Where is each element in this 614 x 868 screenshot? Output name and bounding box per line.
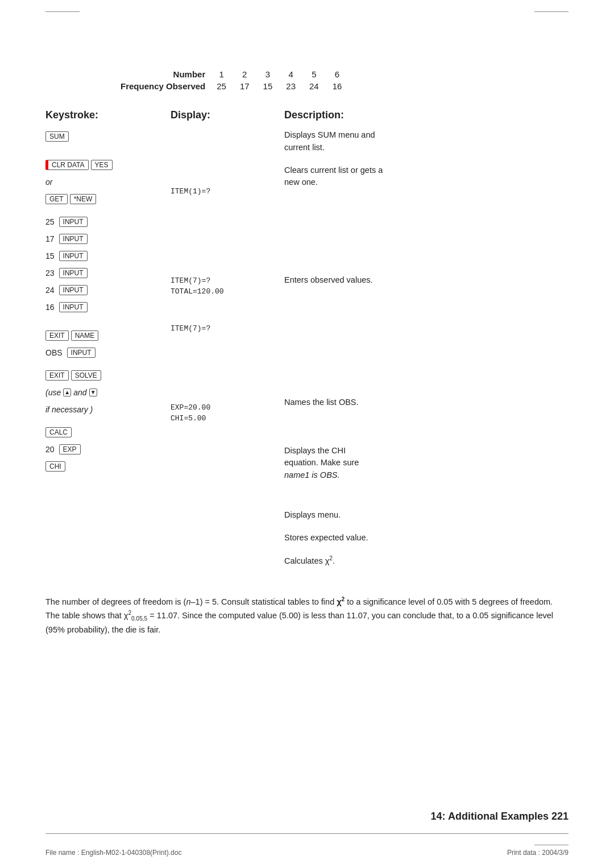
list-item: or xyxy=(45,175,171,189)
data-table: Number 1 2 3 4 5 6 Frequency Observed 25… xyxy=(114,68,569,92)
name-key: NAME xyxy=(71,330,99,341)
desc-chi-eq-3: name1 is OBS. xyxy=(284,469,569,482)
desc-exp: Stores expected value. xyxy=(284,532,569,544)
list-item: 20 EXP xyxy=(45,442,171,457)
use-arrows-text: (use xyxy=(45,388,61,397)
list-item: 15 INPUT xyxy=(45,249,171,263)
list-item: SUM xyxy=(45,129,171,144)
three-col-layout: Keystroke: SUM CLR DATA YES or GET xyxy=(45,109,569,578)
table-row2-label: Frequency Observed xyxy=(114,80,210,92)
table-val-2-4: 23 xyxy=(279,80,302,92)
solve-key: SOLVE xyxy=(71,370,101,381)
input-key-4: INPUT xyxy=(59,268,88,278)
display-column: Display: ITEM(1)=? ITEM(7)=? TOTAL=120 xyxy=(171,109,284,578)
display-item1: ITEM(1)=? xyxy=(171,187,284,196)
main-content: Number 1 2 3 4 5 6 Frequency Observed 25… xyxy=(45,68,569,636)
table-val-2-1: 25 xyxy=(210,80,233,92)
num-17: 17 xyxy=(45,234,55,243)
list-item: CHI xyxy=(45,459,171,474)
display-item3: TOTAL=120.00 xyxy=(171,287,284,296)
num-20: 20 xyxy=(45,445,55,454)
bottom-line xyxy=(45,833,569,834)
num-15: 15 xyxy=(45,251,55,261)
desc-menu: Displays menu. xyxy=(284,509,569,522)
list-item: EXIT SOLVE xyxy=(45,368,171,383)
footer-right: Print data : 2004/3/9 xyxy=(507,849,569,857)
table-val-1-6: 6 xyxy=(326,68,349,80)
display-item4: ITEM(7)=? xyxy=(171,324,284,333)
display-item2: ITEM(7)=? xyxy=(171,276,284,285)
input-key-5: INPUT xyxy=(59,285,88,295)
list-item: CLR DATA YES xyxy=(45,158,171,172)
footer-left: File name : English-M02-1-040308(Print).… xyxy=(45,849,181,857)
page-footer: File name : English-M02-1-040308(Print).… xyxy=(45,849,569,857)
desc-chi-eq-1: Displays the CHI xyxy=(284,445,569,457)
table-val-2-2: 17 xyxy=(233,80,256,92)
chi2-ref: χ2 xyxy=(337,597,345,606)
top-line-right xyxy=(534,11,569,12)
chi-key: CHI xyxy=(45,461,65,472)
input-key-obs: INPUT xyxy=(67,348,96,358)
desc-block-menu: Displays menu. xyxy=(284,509,569,522)
arrow-up-icon: ▲ xyxy=(63,388,71,396)
chapter-footer: 14: Additional Examples 221 xyxy=(431,811,569,822)
sum-key: SUM xyxy=(45,131,69,142)
list-item: EXIT NAME xyxy=(45,328,171,343)
input-key-2: INPUT xyxy=(59,234,88,244)
list-item: CALC xyxy=(45,425,171,440)
desc-sum-2: current list. xyxy=(284,142,569,154)
num-24: 24 xyxy=(45,286,55,295)
table-val-1-3: 3 xyxy=(256,68,280,80)
list-item: OBS INPUT xyxy=(45,345,171,360)
n-text: n xyxy=(186,597,190,606)
arrow-down-icon: ▼ xyxy=(89,388,97,396)
num-16: 16 xyxy=(45,303,55,312)
list-item: 17 INPUT xyxy=(45,232,171,246)
desc-sum: Displays SUM menu and xyxy=(284,129,569,142)
exp-key: EXP xyxy=(59,444,81,454)
desc-name: Names the list OBS. xyxy=(284,396,569,409)
input-key-3: INPUT xyxy=(59,251,88,261)
exit-key-2: EXIT xyxy=(45,370,69,381)
list-item: if necessary ) xyxy=(45,402,171,417)
clr-data-key: CLR DATA xyxy=(45,160,89,170)
desc-block-clr: Clears current list or gets a new one. xyxy=(284,164,569,189)
exit-key-1: EXIT xyxy=(45,330,69,341)
table-val-2-3: 15 xyxy=(256,80,280,92)
table-val-1-2: 2 xyxy=(233,68,256,80)
top-line-left xyxy=(45,11,80,12)
new-key: *NEW xyxy=(70,194,97,204)
desc-clr: Clears current list or gets a xyxy=(284,164,569,177)
if-nec-label: if necessary ) xyxy=(45,405,93,414)
table-val-1-1: 1 xyxy=(210,68,233,80)
table-val-1-4: 4 xyxy=(279,68,302,80)
desc-block-chi-eq: Displays the CHI equation. Make sure nam… xyxy=(284,445,569,482)
keystroke-column: Keystroke: SUM CLR DATA YES or GET xyxy=(45,109,171,578)
calc-key: CALC xyxy=(45,427,72,437)
display-header: Display: xyxy=(171,109,284,121)
list-item: 24 INPUT xyxy=(45,283,171,297)
bottom-line-right xyxy=(534,845,569,845)
table-val-2-6: 16 xyxy=(326,80,349,92)
table-val-1-5: 5 xyxy=(302,68,326,80)
description-column: Description: Displays SUM menu and curre… xyxy=(284,109,569,578)
display-item5: EXP=20.00 xyxy=(171,403,284,412)
desc-block-sum: Displays SUM menu and current list. xyxy=(284,129,569,154)
num-25: 25 xyxy=(45,217,55,226)
desc-clr-2: new one. xyxy=(284,176,569,189)
desc-block-obs: Enters observed values. xyxy=(284,274,569,287)
desc-calc-chi: Calculates χ2. xyxy=(284,554,569,568)
conclusion-paragraph: The number of degrees of freedom is (n–1… xyxy=(45,595,569,636)
yes-key: YES xyxy=(91,160,113,170)
desc-obs: Enters observed values. xyxy=(284,274,569,287)
desc-block-calc-chi: Calculates χ2. xyxy=(284,554,569,568)
keystroke-header: Keystroke: xyxy=(45,109,171,121)
table-val-2-5: 24 xyxy=(302,80,326,92)
obs-label: OBS xyxy=(45,348,63,357)
or-text: or xyxy=(45,177,52,187)
list-item: 25 INPUT xyxy=(45,214,171,229)
description-header: Description: xyxy=(284,109,569,121)
list-item: 16 INPUT xyxy=(45,300,171,315)
list-item: 23 INPUT xyxy=(45,266,171,280)
input-key-6: INPUT xyxy=(59,302,88,312)
